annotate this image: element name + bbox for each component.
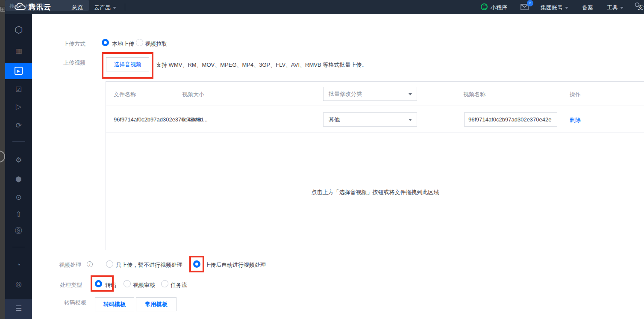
top-navbar: 腾讯云 总览 云产品 搜索产品、文档... 小程序 2 集团账号 备案 工具 支… [5, 0, 644, 14]
upload-format-hint: 支持 WMV、RM、MOV、MPEG、MP4、3GP、FLV、AVI、RMVB … [156, 61, 367, 69]
annotation-box-auto-process-radio [189, 256, 204, 272]
chevron-down-icon [565, 7, 568, 9]
radio-task-flow-label[interactable]: 任务流 [171, 281, 187, 289]
nav-mini-program[interactable]: 小程序 [491, 4, 507, 12]
chevron-down-icon [620, 7, 623, 9]
task-settings-icon[interactable]: ⚙ [5, 155, 32, 165]
table-header-row: 文件名称 视频大小 批量修改分类 视频名称 操作 [106, 82, 644, 106]
annotation-box-transcode-radio [91, 275, 114, 292]
upload-settings-icon[interactable]: ⇧ [5, 210, 32, 220]
vod-product-icon[interactable]: ⬡ [5, 25, 32, 35]
overview-icon[interactable]: ▦ [5, 46, 32, 56]
col-action: 操作 [570, 91, 581, 98]
radio-video-pull[interactable] [136, 39, 143, 46]
sidebar-divider [12, 247, 25, 247]
upload-video-label: 上传视频 [63, 59, 85, 67]
distribution-icon[interactable]: ⬢ [5, 174, 32, 185]
nav-tools[interactable]: 工具 [607, 4, 623, 12]
statistics-icon[interactable]: ◔ [5, 260, 32, 270]
upload-file-table[interactable]: 文件名称 视频大小 批量修改分类 视频名称 操作 96f9714af0c2b97… [106, 81, 644, 250]
delete-link[interactable]: 删除 [570, 116, 581, 124]
nav-group-account[interactable]: 集团账号 [541, 4, 568, 12]
nav-cloud-products[interactable]: 云产品 [94, 4, 116, 12]
radio-task-flow[interactable] [161, 280, 168, 287]
player-icon[interactable]: ▷ [5, 102, 32, 112]
sidebar-collapse-button[interactable]: ☰ [5, 299, 32, 319]
sidebar-divider [12, 141, 25, 142]
media-assets-icon: ▶ [15, 67, 23, 75]
search-placeholder: 搜索产品、文档... [9, 3, 50, 10]
radio-upload-only[interactable] [106, 260, 113, 268]
nav-divider [125, 3, 125, 11]
monitor-icon[interactable]: ◎ [5, 279, 32, 289]
radio-local-upload-label[interactable]: 本地上传 [112, 40, 134, 48]
nav-overview[interactable]: 总览 [72, 4, 83, 12]
radio-video-pull-label[interactable]: 视频拉取 [145, 40, 167, 48]
background-window-strip [0, 0, 5, 319]
radio-video-review-label[interactable]: 视频审核 [133, 281, 155, 289]
sidebar: ⬡ ▦ ▶ ☑ ▷ ⟳ ⚙ ⬢ ⊙ ⇧ Ⓢ ◔ ◎ ☰ [5, 14, 32, 319]
mini-program-icon [481, 3, 488, 10]
video-processing-label: 视频处理 [59, 261, 81, 269]
info-icon[interactable]: i [87, 261, 93, 267]
annotation-box-select-media [102, 52, 153, 79]
transcode-template-button[interactable]: 转码模板 [95, 297, 134, 311]
drop-zone-hint: 点击上方「选择音视频」按钮或将文件拖拽到此区域 [106, 189, 644, 196]
col-video-name: 视频名称 [463, 91, 485, 98]
processing-type-label: 处理类型 [60, 281, 82, 289]
nav-support[interactable]: 支持 [638, 4, 644, 12]
review-icon[interactable]: ☑ [5, 85, 32, 95]
chevron-down-icon [409, 119, 412, 121]
table-row: 96f9714af0c2b97ad302e370e42e0d... 6.73MB… [106, 106, 644, 133]
play-settings-icon[interactable]: ⊙ [5, 192, 32, 203]
media-processing-icon[interactable]: ⟳ [5, 121, 32, 131]
background-plus-artifact [0, 7, 5, 12]
common-template-button[interactable]: 常用模板 [136, 297, 176, 311]
chevron-down-icon [409, 93, 412, 95]
transcode-template-label: 转码模板 [64, 299, 86, 307]
sidebar-item-media-assets[interactable]: ▶ [5, 63, 32, 79]
security-icon[interactable]: Ⓢ [5, 226, 32, 236]
col-file-name: 文件名称 [114, 91, 136, 98]
notification-badge[interactable]: 2 [527, 0, 533, 6]
background-circle-artifact [0, 151, 5, 162]
col-size: 视频大小 [182, 91, 204, 98]
collapse-menu-icon: ☰ [5, 304, 32, 313]
category-select[interactable]: 其他 [323, 112, 417, 127]
radio-upload-only-label[interactable]: 只上传，暂不进行视频处理 [116, 261, 182, 269]
radio-auto-process-label[interactable]: 上传后自动进行视频处理 [205, 261, 266, 269]
video-name-input[interactable] [464, 112, 557, 127]
upload-method-label: 上传方式 [63, 40, 85, 48]
batch-category-select[interactable]: 批量修改分类 [323, 87, 417, 101]
chevron-down-icon [113, 7, 116, 9]
nav-icp-filing[interactable]: 备案 [582, 4, 593, 12]
radio-local-upload[interactable] [102, 39, 109, 46]
radio-video-review[interactable] [124, 280, 131, 287]
cell-size: 6.73MB [182, 116, 201, 123]
